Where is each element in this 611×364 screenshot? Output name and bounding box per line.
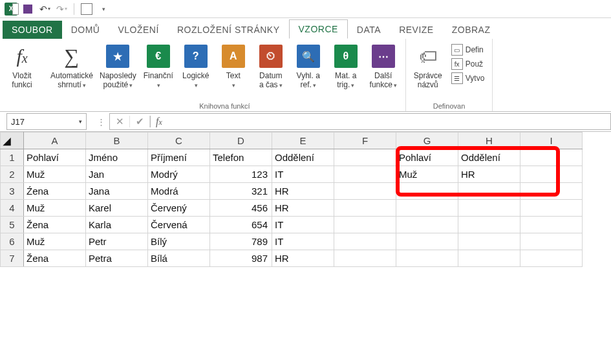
cell[interactable]: Oddělení bbox=[458, 149, 520, 166]
cell[interactable] bbox=[458, 217, 520, 233]
cell[interactable]: 321 bbox=[210, 183, 272, 200]
tab-review[interactable]: REVIZE bbox=[390, 21, 443, 39]
column-header[interactable]: E bbox=[272, 133, 334, 149]
row-header[interactable]: 6 bbox=[1, 233, 24, 250]
cell[interactable] bbox=[458, 250, 520, 267]
row-header[interactable]: 2 bbox=[1, 166, 24, 183]
cell[interactable]: IT bbox=[272, 166, 334, 183]
cell[interactable] bbox=[396, 217, 458, 233]
cell[interactable]: Žena bbox=[24, 250, 86, 267]
lookup-ref-button[interactable]: 🔍 Vyhl. a ref.▾ bbox=[292, 41, 325, 91]
cell[interactable]: Žena bbox=[24, 217, 86, 233]
touch-mode-button[interactable] bbox=[80, 2, 94, 16]
column-header[interactable]: A bbox=[24, 133, 86, 149]
cell[interactable]: HR bbox=[272, 200, 334, 217]
autosum-button[interactable]: ∑ Automatické shrnutí▾ bbox=[49, 41, 94, 91]
tab-view[interactable]: ZOBRAZ bbox=[443, 21, 500, 39]
cell[interactable]: HR bbox=[272, 183, 334, 200]
cell[interactable]: 123 bbox=[210, 166, 272, 183]
cell[interactable]: Źena bbox=[24, 183, 86, 200]
cell[interactable]: 654 bbox=[210, 217, 272, 233]
qat-customize-dropdown[interactable]: ▾ bbox=[96, 2, 111, 16]
name-manager-button[interactable]: 🏷 Správce názvů bbox=[411, 41, 445, 91]
row-header[interactable]: 4 bbox=[1, 200, 24, 217]
logical-button[interactable]: ? Logické▾ bbox=[179, 41, 213, 91]
column-header[interactable]: C bbox=[148, 133, 210, 149]
more-functions-button[interactable]: ⋯ Další funkce▾ bbox=[367, 41, 400, 91]
row-header[interactable]: 1 bbox=[1, 149, 24, 166]
cell[interactable]: Muž bbox=[24, 200, 86, 217]
cell[interactable] bbox=[458, 183, 520, 200]
cell[interactable] bbox=[396, 250, 458, 267]
cell[interactable] bbox=[520, 250, 583, 267]
cell[interactable] bbox=[520, 183, 583, 200]
cell[interactable]: Pohlaví bbox=[396, 149, 458, 166]
cell[interactable]: Bílá bbox=[148, 250, 210, 267]
cell[interactable]: IT bbox=[272, 233, 334, 250]
name-box[interactable]: J17▾ bbox=[6, 113, 87, 130]
cell[interactable]: Petra bbox=[86, 250, 148, 267]
row-header[interactable]: 5 bbox=[1, 217, 24, 233]
cell[interactable]: Bílý bbox=[148, 233, 210, 250]
enter-entry-button[interactable]: ✔ bbox=[130, 116, 150, 127]
insert-function-button[interactable]: fx Vložit funkci bbox=[5, 41, 39, 91]
cell[interactable]: Modrý bbox=[148, 166, 210, 183]
cell[interactable] bbox=[334, 166, 396, 183]
cell[interactable]: Oddělení bbox=[272, 149, 334, 166]
cell-grid[interactable]: ◢ABCDEFGHI1PohlavíJménoPříjmeníTelefonOd… bbox=[0, 132, 583, 267]
cell[interactable]: Pohlaví bbox=[24, 149, 86, 166]
date-time-button[interactable]: ⏲ Datum a čas▾ bbox=[254, 41, 288, 91]
tab-file[interactable]: SOUBOR bbox=[3, 21, 62, 39]
cell[interactable]: Muž bbox=[396, 166, 458, 183]
cell[interactable]: Muž bbox=[24, 233, 86, 250]
cell[interactable] bbox=[458, 200, 520, 217]
cell[interactable]: Jméno bbox=[86, 149, 148, 166]
cell[interactable] bbox=[458, 233, 520, 250]
cell[interactable] bbox=[396, 200, 458, 217]
tab-data[interactable]: DATA bbox=[348, 21, 390, 39]
column-header[interactable]: I bbox=[520, 133, 583, 149]
cell[interactable]: Jana bbox=[86, 183, 148, 200]
cell[interactable]: Muž bbox=[24, 166, 86, 183]
text-button[interactable]: A Text▾ bbox=[217, 41, 250, 91]
cell[interactable] bbox=[520, 233, 583, 250]
cell[interactable] bbox=[334, 217, 396, 233]
cell[interactable]: Příjmení bbox=[148, 149, 210, 166]
cell[interactable] bbox=[334, 200, 396, 217]
column-header[interactable]: F bbox=[334, 133, 396, 149]
cell[interactable]: Karla bbox=[86, 217, 148, 233]
cell[interactable]: Karel bbox=[86, 200, 148, 217]
undo-button[interactable]: ↶▾ bbox=[38, 2, 52, 16]
select-all-corner[interactable]: ◢ bbox=[1, 133, 24, 149]
cell[interactable] bbox=[334, 233, 396, 250]
redo-button[interactable]: ↷▾ bbox=[54, 2, 69, 16]
cell[interactable] bbox=[520, 200, 583, 217]
cell[interactable] bbox=[520, 149, 583, 166]
column-header[interactable]: H bbox=[458, 133, 520, 149]
cell[interactable]: Petr bbox=[86, 233, 148, 250]
cell[interactable]: Červený bbox=[148, 200, 210, 217]
cell[interactable]: Červená bbox=[148, 217, 210, 233]
row-header[interactable]: 3 bbox=[1, 183, 24, 200]
cell[interactable]: HR bbox=[458, 166, 520, 183]
cell[interactable] bbox=[396, 233, 458, 250]
cell[interactable]: Jan bbox=[86, 166, 148, 183]
math-trig-button[interactable]: θ Mat. a trig.▾ bbox=[329, 41, 363, 91]
column-header[interactable]: D bbox=[210, 133, 272, 149]
cell[interactable]: 987 bbox=[210, 250, 272, 267]
financial-button[interactable]: € Finanční▾ bbox=[142, 41, 175, 91]
cell[interactable]: Telefon bbox=[210, 149, 272, 166]
column-header[interactable]: B bbox=[86, 133, 148, 149]
cell[interactable] bbox=[520, 217, 583, 233]
save-button[interactable] bbox=[21, 2, 35, 16]
use-in-formula-button[interactable]: fxPouž bbox=[451, 58, 485, 70]
cell[interactable] bbox=[334, 183, 396, 200]
cell[interactable]: HR bbox=[272, 250, 334, 267]
cell[interactable]: 789 bbox=[210, 233, 272, 250]
tab-insert[interactable]: VLOŽENÍ bbox=[109, 21, 167, 39]
create-from-selection-button[interactable]: ☰Vytvo bbox=[451, 72, 485, 84]
cell[interactable]: IT bbox=[272, 217, 334, 233]
row-header[interactable]: 7 bbox=[1, 250, 24, 267]
cancel-entry-button[interactable]: ✕ bbox=[110, 116, 130, 127]
formula-bar[interactable]: ✕ ✔ fx bbox=[109, 113, 611, 130]
